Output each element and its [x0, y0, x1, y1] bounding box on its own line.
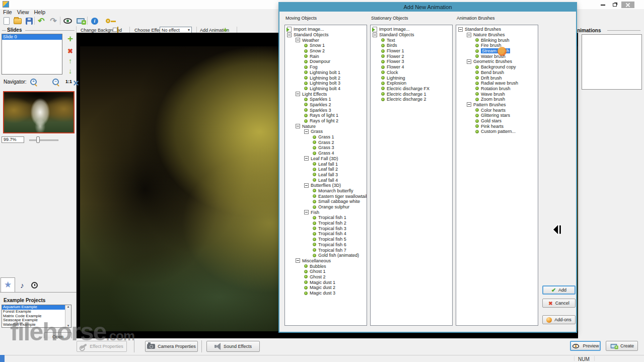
tree-item[interactable]: Rays of light 2 — [285, 118, 367, 124]
zoom-out-button[interactable] — [52, 79, 59, 86]
tree-item[interactable]: Import Image... — [285, 27, 367, 32]
save-project-button[interactable] — [24, 16, 34, 26]
tree-item[interactable]: Weather — [285, 37, 367, 43]
delete-slide-button[interactable]: ✖ — [65, 46, 75, 54]
register-button[interactable] — [103, 16, 113, 26]
tree-item[interactable]: Light Effects — [285, 91, 367, 97]
add-animation-button[interactable]: + — [223, 26, 228, 33]
tree-item[interactable]: Magic dust 2 — [285, 285, 367, 291]
dialog-title-bar[interactable]: Add New Animation — [279, 3, 576, 12]
tree-item[interactable]: Nature — [285, 123, 367, 129]
tree-item[interactable]: Standard Brushes — [456, 27, 538, 32]
actual-size-button[interactable]: 1:1 — [65, 79, 72, 84]
tree-item[interactable]: Geometric Brushes — [456, 59, 538, 64]
preview-toolbar-button[interactable] — [62, 16, 73, 26]
project-list-item[interactable]: Waterfall Example — [2, 323, 71, 327]
moving-objects-tree[interactable]: Import Image...Standard ObjectsWeatherSn… — [284, 25, 367, 326]
tree-item[interactable]: Pattern Brushes — [456, 102, 538, 108]
restore-button[interactable] — [609, 2, 620, 8]
tree-item[interactable]: Glittering stars — [456, 113, 538, 118]
tree-item[interactable]: Ghost 1 — [285, 269, 367, 274]
tree-item[interactable]: Leaf Fall (3D) — [285, 156, 367, 162]
tree-item[interactable]: Gold stars — [456, 118, 538, 124]
tree-item[interactable]: Background copy — [456, 64, 538, 70]
collapse-minus-icon[interactable] — [304, 183, 309, 188]
projects-scrollbar[interactable]: ▲ ▼ — [65, 305, 71, 327]
new-document-button[interactable] — [2, 16, 12, 26]
animations-list[interactable] — [582, 34, 642, 90]
tree-item[interactable]: Standard Objects — [371, 32, 452, 38]
tree-item[interactable]: Zoom brush — [456, 97, 538, 102]
tree-item[interactable]: Color hearts — [456, 107, 538, 113]
tree-item[interactable]: Tropical fish 1 — [285, 215, 367, 221]
tree-item[interactable]: Rain — [285, 53, 367, 59]
effect-properties-button[interactable]: Effect Properties — [77, 341, 127, 352]
add-slide-button[interactable]: + — [65, 35, 75, 43]
tree-item[interactable]: Lightning — [371, 75, 452, 81]
collapse-minus-icon[interactable] — [287, 33, 292, 37]
info-button[interactable]: i — [90, 16, 100, 26]
tree-item[interactable]: Leaf fall 1 — [285, 161, 367, 167]
zoom-in-button[interactable] — [30, 79, 37, 86]
menu-item-view[interactable]: View — [17, 9, 29, 16]
tree-item[interactable]: Fire brush — [456, 43, 538, 48]
tree-item[interactable]: Tropical fish 6 — [285, 242, 367, 248]
tree-item[interactable]: Tropical fish 3 — [285, 226, 367, 231]
tree-item[interactable]: Sparkles 2 — [285, 102, 367, 108]
zoom-slider-track[interactable] — [29, 139, 58, 141]
tree-item[interactable]: Grass 3 — [285, 145, 367, 151]
redo-button[interactable]: ↷ — [48, 16, 58, 26]
tree-item[interactable]: Flower 3 — [371, 59, 452, 64]
tree-item[interactable]: Text — [371, 37, 452, 43]
tree-item[interactable]: Wave brush — [456, 91, 538, 97]
collapse-minus-icon[interactable] — [296, 92, 300, 96]
tree-item[interactable]: Grass — [285, 129, 367, 134]
collapse-minus-icon[interactable] — [304, 129, 309, 134]
minimize-button[interactable] — [597, 2, 608, 8]
tree-item[interactable]: Import Image... — [371, 27, 452, 32]
tree-item[interactable]: Sparkles 1 — [285, 97, 367, 102]
navigator-thumbnail[interactable] — [3, 91, 75, 133]
collapse-minus-icon[interactable] — [458, 27, 463, 32]
tree-item[interactable]: Lightning bolt 4 — [285, 86, 367, 92]
tree-item[interactable]: Flower 2 — [371, 53, 452, 59]
animation-brushes-tree[interactable]: Standard BrushesNature BrushesBlinking b… — [456, 25, 538, 326]
tree-item[interactable]: Butterflies (3D) — [285, 183, 367, 188]
collapse-minus-icon[interactable] — [467, 59, 471, 64]
tree-item[interactable]: Orange sulphur — [285, 204, 367, 210]
add-button[interactable]: ✔ Add — [542, 285, 576, 295]
collapse-minus-icon[interactable] — [467, 102, 471, 107]
tree-item[interactable]: Bubbles — [285, 263, 367, 269]
zoom-value-field[interactable]: 99.7% — [2, 136, 24, 143]
tree-item[interactable]: Magic dust 3 — [285, 291, 367, 296]
tree-item[interactable]: Small cabbage white — [285, 199, 367, 204]
change-background-button[interactable] — [117, 27, 118, 32]
zoom-slider-thumb[interactable] — [36, 136, 40, 143]
collapse-minus-icon[interactable] — [304, 210, 309, 214]
move-slide-down-button[interactable]: ↓ — [65, 66, 75, 75]
create-movie-button[interactable] — [76, 16, 86, 26]
tree-item[interactable]: Electric discharge 1 — [371, 91, 452, 97]
tree-item[interactable]: Flower 1 — [371, 48, 452, 54]
tree-item[interactable]: Tropical fish 7 — [285, 247, 367, 253]
scroll-up-icon[interactable]: ▲ — [65, 305, 71, 308]
tree-item[interactable]: Lightning bolt 1 — [285, 70, 367, 76]
tree-item[interactable]: Bend brush — [456, 70, 538, 76]
camera-properties-button[interactable]: Camera Properties — [145, 341, 198, 352]
tab-music[interactable]: ♪ — [17, 279, 28, 291]
tree-item[interactable]: Ghost 2 — [285, 274, 367, 280]
tree-item[interactable]: Eastern tiger swallowtail — [285, 193, 367, 199]
tree-item[interactable]: Fish — [285, 209, 367, 215]
tab-projects[interactable]: ★ — [1, 277, 15, 292]
example-projects-list[interactable]: Aquarium ExampleForest ExampleMatrix Cod… — [2, 305, 71, 328]
tree-item[interactable]: Grass 4 — [285, 151, 367, 156]
tree-item[interactable]: Standard Objects — [285, 32, 367, 38]
fit-view-button[interactable] — [73, 80, 79, 86]
create-button[interactable]: Create — [606, 341, 638, 351]
menu-item-file[interactable]: File — [3, 9, 12, 16]
slide-list-item[interactable]: Slide 0 — [2, 34, 62, 40]
stationary-objects-tree[interactable]: Import Image...Standard ObjectsTextBirds… — [370, 25, 453, 326]
tab-timeline[interactable] — [29, 279, 40, 291]
collapse-minus-icon[interactable] — [373, 33, 377, 37]
addons-button[interactable]: Add-ons — [542, 315, 576, 324]
